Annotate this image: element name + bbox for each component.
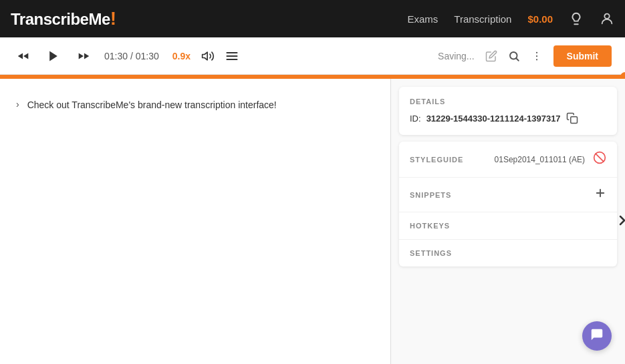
main-layout: › Check out TranscribeMe's brand-new tra… — [0, 79, 625, 364]
settings-row[interactable]: SETTINGS — [399, 240, 617, 266]
details-id-value: 31229-1544330-1211124-1397317 — [426, 114, 561, 124]
player-bar: 01:30 / 01:30 0.9x Saving... — [0, 37, 625, 75]
block-icon[interactable] — [593, 151, 606, 168]
svg-marker-1 — [18, 53, 23, 59]
svg-marker-5 — [84, 53, 89, 59]
svg-point-0 — [604, 14, 609, 19]
styleguide-card: STYLEGUIDE 01Sep2014_011011 (AE) SNIPPET… — [399, 142, 617, 266]
rewind-button[interactable] — [13, 46, 33, 66]
player-right: Saving... Submit — [438, 45, 612, 67]
details-id-row: ID: 31229-1544330-1211124-1397317 — [410, 112, 606, 124]
copy-id-button[interactable] — [566, 112, 578, 124]
svg-marker-3 — [49, 51, 57, 61]
snippets-label: SNIPPETS — [410, 191, 594, 199]
styleguide-row: STYLEGUIDE 01Sep2014_011011 (AE) — [399, 142, 617, 178]
settings-label: SETTINGS — [410, 249, 606, 257]
nav-exams[interactable]: Exams — [407, 13, 438, 25]
snippets-row[interactable]: SNIPPETS — [399, 178, 617, 212]
hotkeys-label: HOTKEYS — [410, 222, 606, 230]
saving-status: Saving... — [438, 51, 474, 61]
submit-button[interactable]: Submit — [553, 45, 612, 67]
brand-name: TranscribeMe! — [11, 8, 116, 29]
edit-button[interactable] — [485, 50, 497, 62]
svg-line-17 — [596, 154, 604, 162]
nav-transcription[interactable]: Transcription — [454, 13, 511, 25]
brand-logo: TranscribeMe! — [11, 8, 116, 29]
hamburger-menu-button[interactable] — [225, 49, 239, 63]
svg-point-13 — [535, 55, 537, 56]
svg-marker-4 — [79, 53, 84, 59]
transcript-row: › Check out TranscribeMe's brand-new tra… — [16, 92, 374, 118]
chat-bubble-button[interactable] — [582, 321, 612, 351]
svg-marker-2 — [23, 53, 28, 59]
user-icon[interactable] — [600, 11, 614, 26]
details-card: DETAILS ID: 31229-1544330-1211124-139731… — [399, 87, 617, 135]
transcript-area: › Check out TranscribeMe's brand-new tra… — [0, 79, 391, 364]
transcript-text[interactable]: Check out TranscribeMe's brand-new trans… — [27, 98, 277, 112]
search-button[interactable] — [508, 50, 520, 62]
fast-forward-button[interactable] — [74, 46, 94, 66]
navbar: TranscribeMe! Exams Transcription $0.00 — [0, 0, 625, 37]
plus-icon[interactable] — [594, 187, 606, 202]
speed-display: 0.9x — [172, 51, 191, 61]
svg-point-14 — [535, 59, 537, 60]
nav-amount: $0.00 — [527, 13, 553, 25]
brand-name-text: TranscribeMe — [11, 10, 110, 28]
styleguide-label: STYLEGUIDE — [410, 156, 495, 164]
right-panel: DETAILS ID: 31229-1544330-1211124-139731… — [391, 79, 625, 364]
bulb-icon[interactable] — [569, 11, 584, 26]
navbar-right: Exams Transcription $0.00 — [407, 11, 614, 26]
chat-icon — [590, 327, 604, 345]
styleguide-value: 01Sep2014_011011 (AE) — [495, 155, 585, 164]
details-id-prefix: ID: — [410, 114, 421, 124]
svg-line-11 — [516, 58, 518, 60]
details-label: DETAILS — [410, 98, 606, 106]
chevron-right-icon[interactable]: › — [16, 99, 19, 110]
time-display: 01:30 / 01:30 — [104, 51, 159, 61]
play-button[interactable] — [44, 47, 63, 65]
more-options-button[interactable] — [531, 50, 543, 62]
svg-rect-15 — [570, 117, 577, 124]
hotkeys-row[interactable]: HOTKEYS — [399, 212, 617, 240]
panel-side-arrow[interactable] — [617, 212, 625, 231]
brand-exclaim: ! — [110, 8, 116, 29]
svg-marker-6 — [203, 52, 208, 60]
volume-button[interactable] — [201, 49, 215, 63]
svg-point-12 — [535, 51, 537, 53]
